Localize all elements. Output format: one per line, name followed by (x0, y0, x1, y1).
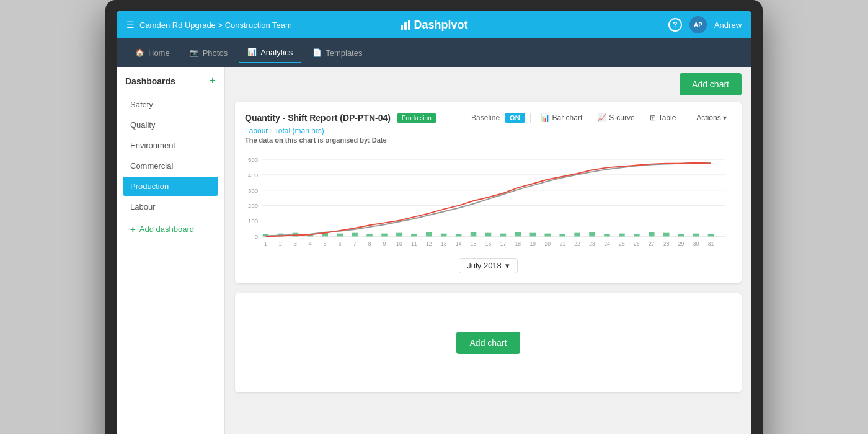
svg-rect-19 (366, 234, 373, 237)
svg-rect-40 (678, 234, 684, 237)
svg-rect-29 (515, 232, 521, 237)
divider (530, 113, 531, 123)
month-value: July 2018 (467, 261, 502, 270)
svg-rect-24 (441, 234, 447, 237)
svg-text:500: 500 (248, 156, 258, 163)
svg-rect-35 (604, 234, 610, 237)
sidebar-item-safety[interactable]: Safety (123, 95, 218, 114)
help-icon[interactable]: ? (668, 18, 682, 32)
chevron-down-icon: ▾ (505, 261, 510, 270)
chart-subtitle: Labour - Total (man hrs) (245, 126, 732, 135)
svg-text:23: 23 (589, 241, 595, 247)
svg-rect-30 (530, 233, 536, 237)
sidebar: Dashboards + Safety Quality Environment … (117, 67, 225, 434)
brand-icon (401, 20, 410, 30)
nav-item-analytics[interactable]: 📊 Analytics (239, 43, 301, 63)
svg-text:300: 300 (248, 187, 258, 194)
svg-text:400: 400 (248, 172, 258, 179)
svg-text:16: 16 (485, 241, 492, 247)
svg-text:10: 10 (396, 241, 402, 247)
svg-text:6: 6 (339, 241, 342, 247)
svg-rect-32 (559, 234, 565, 237)
svg-text:2: 2 (279, 241, 282, 247)
svg-text:30: 30 (693, 241, 699, 247)
svg-text:21: 21 (559, 241, 565, 247)
on-badge[interactable]: ON (505, 113, 525, 123)
svg-rect-20 (381, 234, 388, 237)
s-curve-button[interactable]: 📈 S-curve (592, 112, 639, 124)
table-button[interactable]: ⊞ Table (645, 112, 681, 124)
production-badge: Production (397, 113, 436, 123)
sidebar-item-production[interactable]: Production (123, 177, 218, 196)
add-dashboard-icon[interactable]: + (209, 74, 216, 87)
svg-rect-17 (337, 234, 343, 237)
nav-analytics-label: Analytics (260, 48, 293, 57)
svg-text:24: 24 (604, 241, 610, 247)
brand-name: Dashpivot (414, 19, 468, 32)
svg-text:0: 0 (255, 233, 258, 240)
analytics-icon: 📊 (247, 48, 257, 56)
hamburger-icon[interactable]: ☰ (126, 20, 135, 30)
svg-text:20: 20 (544, 241, 551, 247)
sidebar-item-commercial[interactable]: Commercial (123, 156, 218, 175)
main-layout: Dashboards + Safety Quality Environment … (117, 67, 751, 434)
nav-home-label: Home (148, 48, 170, 58)
sidebar-item-environment[interactable]: Environment (123, 136, 218, 155)
bar-chart-icon: 📊 (541, 113, 550, 122)
svg-text:28: 28 (663, 241, 670, 247)
chart-organized: The data on this chart is organised by: … (245, 136, 732, 144)
svg-rect-18 (352, 233, 358, 237)
baseline-label: Baseline (471, 113, 500, 122)
add-dashboard-button[interactable]: + Add dashboard (123, 219, 218, 239)
nav-item-templates[interactable]: 📄 Templates (304, 43, 371, 63)
svg-text:12: 12 (426, 241, 432, 247)
svg-text:19: 19 (530, 241, 536, 247)
add-chart-button[interactable]: Add chart (680, 73, 742, 95)
svg-text:3: 3 (294, 241, 297, 247)
nav-bar: 🏠 Home 📷 Photos 📊 Analytics 📄 Templates (117, 38, 751, 67)
s-curve-label: S-curve (609, 113, 634, 122)
svg-text:22: 22 (574, 241, 580, 247)
svg-text:7: 7 (353, 241, 356, 247)
bar-chart-button[interactable]: 📊 Bar chart (536, 112, 588, 124)
month-selector: July 2018 ▾ (245, 258, 732, 273)
svg-rect-31 (544, 234, 551, 237)
svg-rect-28 (500, 234, 507, 237)
sidebar-title: Dashboards (125, 76, 175, 86)
s-curve-icon: 📈 (597, 113, 606, 122)
content-area: Add chart Quantity - Shift Report (DP-PT… (225, 67, 751, 434)
sidebar-item-quality[interactable]: Quality (123, 115, 218, 135)
content-header: Add chart (225, 67, 751, 102)
svg-rect-39 (663, 233, 670, 237)
chart-title-section: Quantity - Shift Report (DP-PTN-04) Prod… (245, 113, 436, 123)
svg-rect-38 (649, 232, 655, 237)
nav-item-photos[interactable]: 📷 Photos (181, 43, 236, 63)
month-select[interactable]: July 2018 ▾ (459, 258, 518, 273)
svg-text:11: 11 (411, 241, 417, 247)
table-icon: ⊞ (650, 113, 656, 122)
actions-button[interactable]: Actions ▾ (691, 112, 732, 124)
bar-chart-label: Bar chart (552, 113, 583, 122)
sidebar-item-labour[interactable]: Labour (123, 197, 218, 216)
home-icon: 🏠 (135, 48, 144, 57)
svg-rect-27 (485, 233, 492, 237)
add-chart-center-button[interactable]: Add chart (456, 332, 521, 354)
svg-text:9: 9 (383, 241, 386, 247)
chart-svg: 500 400 300 200 100 0 (245, 151, 732, 250)
svg-rect-34 (589, 232, 595, 237)
nav-item-home[interactable]: 🏠 Home (126, 43, 179, 63)
svg-text:100: 100 (248, 218, 258, 224)
chart-header: Quantity - Shift Report (DP-PTN-04) Prod… (245, 112, 732, 124)
nav-templates-label: Templates (326, 48, 362, 58)
svg-rect-37 (634, 234, 640, 237)
svg-rect-22 (411, 234, 417, 237)
avatar: AP (689, 16, 707, 33)
svg-text:200: 200 (248, 202, 258, 209)
user-name: Andrew (714, 20, 742, 30)
svg-rect-23 (426, 232, 432, 237)
svg-rect-33 (574, 233, 580, 237)
svg-text:1: 1 (264, 241, 267, 247)
photos-icon: 📷 (190, 48, 199, 57)
chart-title: Quantity - Shift Report (DP-PTN-04) (245, 113, 391, 123)
top-bar: ☰ Camden Rd Upgrade > Construction Team … (117, 11, 751, 38)
